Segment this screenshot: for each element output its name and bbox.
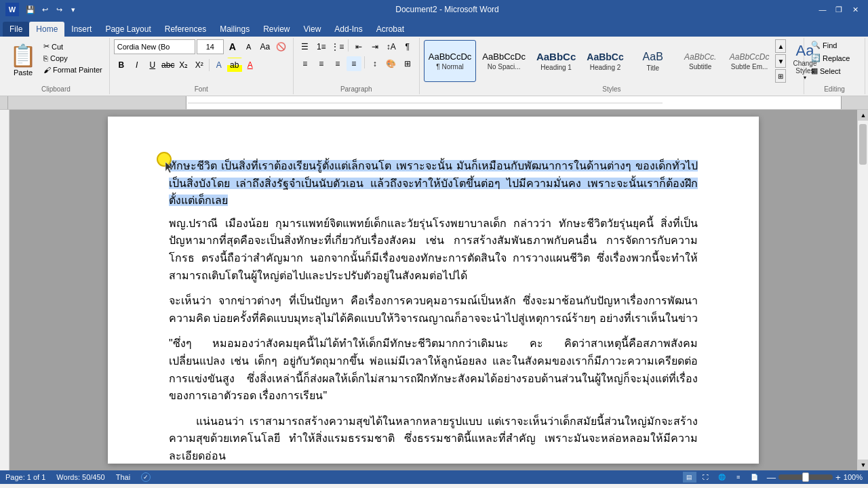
decrease-indent-button[interactable]: ⇤: [351, 39, 366, 54]
style-heading1[interactable]: AaBbCc Heading 1: [532, 40, 580, 82]
superscript-button[interactable]: X²: [192, 58, 207, 73]
paragraph-group: ☰ 1≡ ⋮≡ ⇤ ⇥ ↕A ¶ ≡ ≡ ≡ ≡ ↕ 🎨 ⊞ Paragraph: [294, 38, 420, 94]
close-button[interactable]: ✕: [848, 3, 863, 16]
tab-addins[interactable]: Add-Ins: [328, 22, 369, 37]
paragraph-1[interactable]: ทักษะชีวิต เป็นสิ่งที่เราต้องเรียนรู้ตั้…: [169, 157, 698, 209]
outline-button[interactable]: ≡: [732, 472, 745, 483]
styles-group: AaBbCcDc ¶ Normal AaBbCcDc No Spaci... A…: [420, 38, 804, 94]
decrease-font-button[interactable]: A: [241, 39, 256, 54]
styles-down-button[interactable]: ▼: [775, 54, 786, 68]
font-name-input[interactable]: [114, 39, 195, 54]
numbering-button[interactable]: 1≡: [314, 39, 329, 54]
text-effect-button[interactable]: A: [212, 58, 226, 73]
font-color-button[interactable]: A: [243, 58, 258, 73]
full-screen-button[interactable]: ⛶: [699, 472, 713, 483]
style-subtle-emphasis[interactable]: AaBbCcDc Subtle Em...: [725, 40, 774, 82]
styles-up-button[interactable]: ▲: [775, 39, 786, 53]
document-area[interactable]: ทักษะชีวิต เป็นสิ่งที่เราต้องเรียนรู้ตั้…: [9, 110, 857, 470]
strikethrough-button[interactable]: abc: [161, 58, 176, 73]
subscript-button[interactable]: X₂: [176, 58, 191, 73]
tab-file[interactable]: File: [3, 22, 29, 37]
borders-button[interactable]: ⊞: [400, 56, 415, 71]
style-nospace[interactable]: AaBbCcDc No Spaci...: [477, 40, 530, 82]
scrollbar-thumb[interactable]: [859, 124, 867, 165]
cut-button[interactable]: ✂ Cut: [41, 41, 105, 52]
clear-format-button[interactable]: 🚫: [274, 39, 289, 54]
save-button[interactable]: 💾: [24, 3, 37, 16]
app-icon: W: [5, 3, 19, 16]
tab-view[interactable]: View: [297, 22, 328, 37]
paste-button[interactable]: 📋 Paste: [7, 39, 39, 80]
restore-button[interactable]: ❐: [831, 3, 846, 16]
style-title[interactable]: AaB Title: [630, 40, 676, 82]
cut-icon: ✂: [43, 42, 50, 51]
bold-button[interactable]: B: [114, 58, 129, 73]
paragraph-4[interactable]: "ซึ่งๆ หมอมองว่าสังคมยุคนี้ไม่ได้ทำให้เด…: [169, 335, 698, 404]
tab-mailings[interactable]: Mailings: [213, 22, 256, 37]
document-page[interactable]: ทักษะชีวิต เป็นสิ่งที่เราต้องเรียนรู้ตั้…: [108, 117, 759, 464]
tab-review[interactable]: Review: [256, 22, 296, 37]
zoom-out-button[interactable]: —: [767, 472, 776, 483]
align-left-button[interactable]: ≡: [298, 56, 313, 71]
scroll-down-button[interactable]: ▼: [858, 460, 868, 470]
style-subtitle[interactable]: AaBbCc. Subtitle: [677, 40, 724, 82]
tab-home[interactable]: Home: [29, 22, 64, 37]
style-subtle-label: Subtle Em...: [731, 63, 768, 70]
style-heading2[interactable]: AaBbCc Heading 2: [582, 40, 628, 82]
qat-more-button[interactable]: ▾: [67, 3, 79, 16]
bullets-button[interactable]: ☰: [298, 39, 313, 54]
tab-insert[interactable]: Insert: [64, 22, 98, 37]
zoom-level: 100%: [844, 473, 863, 481]
tab-acrobat[interactable]: Acrobat: [370, 22, 411, 37]
align-center-button[interactable]: ≡: [314, 56, 329, 71]
align-right-button[interactable]: ≡: [330, 56, 345, 71]
redo-button[interactable]: ↪: [53, 3, 65, 16]
zoom-slider[interactable]: [778, 474, 833, 480]
increase-font-button[interactable]: A: [225, 39, 240, 54]
tab-pagelayout[interactable]: Page Layout: [98, 22, 157, 37]
multilevel-button[interactable]: ⋮≡: [330, 39, 345, 54]
minimize-button[interactable]: —: [815, 3, 830, 16]
find-button[interactable]: 🔍 Find: [808, 39, 840, 51]
style-normal[interactable]: AaBbCcDc ¶ Normal: [424, 40, 477, 82]
increase-indent-button[interactable]: ⇥: [368, 39, 382, 54]
paragraph-5[interactable]: แน่นอนว่า เราสามารถสร้างความสุขได้ในหลาก…: [169, 413, 698, 465]
paragraph-3[interactable]: จะเห็นว่า จากข่าวต่างๆ ที่เป็นปัญหา คือเ…: [169, 292, 698, 327]
replace-label: Replace: [823, 54, 850, 62]
styles-expand-button[interactable]: ⊞: [775, 69, 786, 83]
zoom-in-button[interactable]: +: [835, 472, 841, 483]
tab-references[interactable]: References: [158, 22, 213, 37]
underline-button[interactable]: U: [145, 58, 160, 73]
font-size-input[interactable]: [197, 39, 224, 54]
highlight-button[interactable]: ab: [227, 58, 242, 73]
scrollbar-track[interactable]: [858, 121, 868, 460]
sort-button[interactable]: ↕A: [384, 39, 399, 54]
style-nospace-preview: AaBbCcDc: [482, 52, 526, 62]
cut-label: Cut: [52, 43, 63, 51]
show-marks-button[interactable]: ¶: [400, 39, 415, 54]
right-scrollbar[interactable]: ▲ ▼: [857, 110, 868, 470]
shading-button[interactable]: 🎨: [384, 56, 399, 71]
paragraph-2[interactable]: พญ.ปราณี เมืองน้อย กุมารแพทย์จิตแพทย์เด็…: [169, 215, 698, 284]
style-normal-label: ¶ Normal: [436, 63, 463, 70]
justify-button[interactable]: ≡: [347, 56, 361, 71]
copy-button[interactable]: ⎘ Copy: [41, 53, 105, 64]
draft-button[interactable]: 📄: [748, 472, 762, 483]
format-painter-button[interactable]: 🖌 Format Painter: [41, 64, 105, 75]
scroll-up-button[interactable]: ▲: [858, 110, 868, 121]
editing-group-label: Editing: [804, 85, 865, 93]
print-layout-button[interactable]: ▤: [683, 472, 696, 483]
change-case-button[interactable]: Aa: [258, 39, 273, 54]
replace-button[interactable]: 🔄 Replace: [808, 52, 852, 64]
title-bar-left: W 💾 ↩ ↪ ▾: [5, 3, 79, 16]
italic-button[interactable]: I: [130, 58, 144, 73]
select-button[interactable]: ▦ Select: [808, 65, 844, 77]
web-layout-button[interactable]: 🌐: [715, 472, 729, 483]
window-controls: — ❐ ✕: [815, 3, 863, 16]
font-name-row: A A Aa 🚫: [114, 39, 289, 54]
ribbon: 📋 Paste ✂ Cut ⎘ Copy 🖌 Format Painter: [0, 37, 868, 96]
undo-button[interactable]: ↩: [39, 3, 51, 16]
font-group: A A Aa 🚫 B I U abc X₂ X² A ab A Font: [110, 38, 294, 94]
line-spacing-button[interactable]: ↕: [368, 56, 382, 71]
font-group-label: Font: [110, 85, 293, 93]
